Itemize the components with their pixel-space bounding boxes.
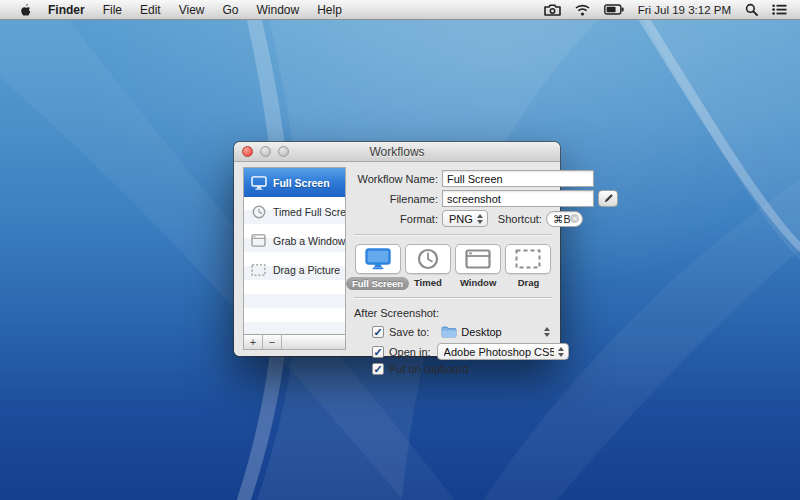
capture-type-buttons: Full Screen Timed bbox=[354, 244, 552, 290]
filename-token-button[interactable] bbox=[598, 190, 618, 207]
type-button-drag[interactable] bbox=[505, 244, 551, 274]
sidebar-item-label: Timed Full Screen bbox=[273, 206, 345, 218]
menu-item-edit[interactable]: Edit bbox=[131, 0, 170, 20]
menu-item-view[interactable]: View bbox=[170, 0, 214, 20]
open-in-value: Adobe Photoshop CS5 bbox=[444, 346, 554, 358]
clipboard-label: Put on clipboard bbox=[389, 363, 469, 375]
type-button-window[interactable] bbox=[455, 244, 501, 274]
clear-shortcut-icon[interactable]: ✕ bbox=[570, 214, 579, 223]
type-label-drag: Drag bbox=[518, 277, 540, 288]
wifi-icon bbox=[575, 4, 590, 16]
clipboard-checkbox[interactable]: ✓ bbox=[372, 363, 384, 375]
popup-arrows-icon bbox=[544, 327, 550, 337]
folder-icon bbox=[441, 326, 457, 338]
workflows-window: Workflows Full Screen bbox=[234, 142, 560, 356]
popup-arrows-icon bbox=[473, 214, 487, 224]
list-footer-bar: + − bbox=[244, 334, 345, 349]
search-icon bbox=[745, 3, 758, 16]
type-button-timed[interactable] bbox=[405, 244, 451, 274]
sidebar-item-full-screen[interactable]: Full Screen bbox=[244, 168, 345, 197]
menu-item-window[interactable]: Window bbox=[248, 0, 309, 20]
shortcut-field[interactable]: ⌘B ✕ bbox=[546, 211, 584, 227]
workflow-list: Full Screen Timed Full Screen bbox=[243, 167, 346, 350]
sidebar-item-timed-full-screen[interactable]: Timed Full Screen bbox=[244, 197, 345, 226]
sidebar-item-grab-a-window[interactable]: Grab a Window bbox=[244, 226, 345, 255]
selection-icon bbox=[250, 262, 267, 277]
window-content: Full Screen Timed Full Screen bbox=[234, 162, 560, 356]
apple-icon bbox=[18, 2, 31, 17]
menu-item-file[interactable]: File bbox=[94, 0, 131, 20]
save-to-value: Desktop bbox=[461, 326, 501, 338]
save-to-label: Save to: bbox=[389, 326, 429, 338]
shortcut-label: Shortcut: bbox=[498, 213, 542, 225]
clipboard-row: ✓ Put on clipboard bbox=[372, 363, 552, 375]
minimize-button[interactable] bbox=[260, 146, 271, 157]
window-title-bar[interactable]: Workflows bbox=[234, 142, 560, 162]
menu-item-help[interactable]: Help bbox=[308, 0, 351, 20]
workflow-name-label: Workflow Name: bbox=[354, 173, 442, 185]
display-icon bbox=[365, 248, 391, 270]
open-in-checkbox[interactable]: ✓ bbox=[372, 346, 384, 358]
sidebar-item-label: Full Screen bbox=[273, 177, 330, 189]
menu-item-go[interactable]: Go bbox=[214, 0, 248, 20]
open-in-label: Open in: bbox=[389, 346, 431, 358]
camera-icon bbox=[544, 4, 561, 16]
workflow-name-input[interactable] bbox=[442, 170, 594, 187]
shortcut-value: ⌘B bbox=[553, 213, 571, 225]
popup-arrows-icon bbox=[554, 347, 568, 357]
window-icon bbox=[250, 233, 267, 248]
camera-menu-extra[interactable] bbox=[539, 0, 566, 20]
display-icon bbox=[250, 175, 267, 190]
open-in-popup[interactable]: Adobe Photoshop CS5 bbox=[437, 343, 569, 360]
sidebar-item-label: Drag a Picture bbox=[273, 264, 340, 276]
zoom-button[interactable] bbox=[278, 146, 289, 157]
type-button-full-screen[interactable] bbox=[355, 244, 401, 274]
apple-menu[interactable] bbox=[10, 0, 39, 20]
open-in-row: ✓ Open in: Adobe Photoshop CS5 bbox=[372, 343, 552, 360]
spotlight-menu[interactable] bbox=[740, 0, 763, 20]
save-to-row: ✓ Save to: Desktop bbox=[372, 323, 552, 340]
workflow-detail-panel: Workflow Name: Filename: Format: PNG bbox=[354, 170, 552, 378]
wifi-menu-extra[interactable] bbox=[570, 0, 595, 20]
filename-input[interactable] bbox=[442, 190, 594, 207]
menu-bar: Finder File Edit View Go Window Help bbox=[0, 0, 800, 20]
format-label: Format: bbox=[354, 213, 442, 225]
close-button[interactable] bbox=[242, 146, 253, 157]
type-label-timed: Timed bbox=[414, 277, 442, 288]
pen-icon bbox=[603, 193, 614, 204]
sidebar-item-drag-a-picture[interactable]: Drag a Picture bbox=[244, 255, 345, 284]
after-screenshot-heading: After Screenshot: bbox=[354, 307, 552, 319]
save-to-checkbox[interactable]: ✓ bbox=[372, 326, 384, 338]
menu-bar-clock[interactable]: Fri Jul 19 3:12 PM bbox=[633, 4, 736, 16]
sidebar-item-label: Grab a Window bbox=[273, 235, 345, 247]
selection-icon bbox=[515, 249, 541, 269]
filename-label: Filename: bbox=[354, 193, 442, 205]
save-to-popup[interactable]: Desktop bbox=[435, 323, 552, 340]
add-workflow-button[interactable]: + bbox=[244, 335, 263, 349]
menu-item-finder[interactable]: Finder bbox=[39, 0, 94, 20]
window-icon bbox=[465, 249, 491, 269]
workflow-list-rows: Full Screen Timed Full Screen bbox=[244, 168, 345, 334]
remove-workflow-button[interactable]: − bbox=[263, 335, 282, 349]
list-menu-icon bbox=[772, 4, 787, 15]
separator bbox=[354, 297, 552, 299]
clock-icon bbox=[417, 248, 439, 270]
type-label-full-screen: Full Screen bbox=[346, 277, 409, 290]
battery-icon bbox=[604, 4, 624, 15]
list-menu-extra[interactable] bbox=[767, 0, 792, 20]
format-popup[interactable]: PNG bbox=[442, 210, 488, 227]
type-label-window: Window bbox=[460, 277, 496, 288]
separator bbox=[354, 234, 552, 236]
battery-menu-extra[interactable] bbox=[599, 0, 629, 20]
format-value: PNG bbox=[449, 213, 473, 225]
clock-icon bbox=[250, 204, 267, 219]
